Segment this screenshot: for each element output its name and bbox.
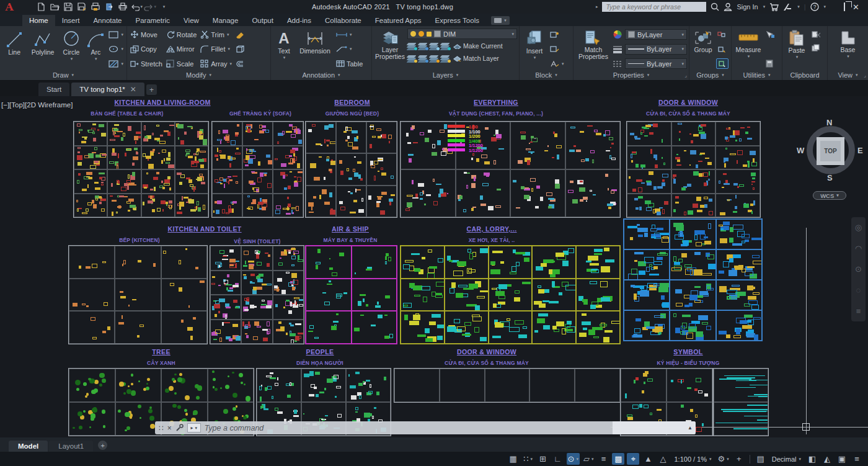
command-history-up-icon[interactable]: ▲ (688, 425, 693, 431)
file-tab-document[interactable]: TV tong hop1*✕ (71, 83, 144, 96)
annotation-monitor-icon[interactable]: + (733, 453, 745, 465)
lineweight-select[interactable]: ByLayer▾ (625, 44, 687, 55)
sign-in-button[interactable]: Sign In (737, 3, 758, 11)
layer-bulb-icon[interactable] (407, 55, 416, 62)
layout1-tab[interactable]: Layout1 (49, 441, 93, 452)
quick-select-icon[interactable] (764, 29, 776, 40)
layer-sun-icon[interactable] (430, 55, 438, 62)
orbit-icon[interactable]: ◌ (856, 285, 861, 295)
layer-lock-icon[interactable] (441, 43, 450, 50)
quick-calc-icon[interactable] (764, 58, 776, 69)
save-icon[interactable] (62, 1, 74, 12)
layer-unlock2-icon[interactable] (441, 55, 450, 62)
new-drawing-tab-button[interactable]: + (146, 84, 157, 95)
save-as-icon[interactable] (76, 1, 88, 12)
edit-block-icon[interactable] (549, 29, 565, 40)
leader-icon[interactable]: ▾ (335, 44, 364, 55)
user-icon[interactable] (724, 2, 732, 11)
command-input[interactable]: Type a command (205, 424, 264, 432)
navigation-wheel-icon[interactable]: ◎ (855, 223, 862, 232)
open-file-icon[interactable] (48, 1, 61, 12)
export-icon[interactable] (103, 1, 115, 12)
help-dropdown-icon[interactable]: ▾ (824, 4, 826, 9)
panel-label-properties[interactable]: Properties▾⌟ (574, 70, 689, 80)
model-tab[interactable]: Model (9, 441, 48, 452)
command-customize-icon[interactable]: ∷ (159, 424, 164, 432)
linetype-icon[interactable] (613, 60, 622, 68)
text-button[interactable]: A Text▾ (273, 28, 295, 70)
trim-button[interactable]: Trim▾ (199, 29, 233, 40)
annotation-visibility-icon[interactable]: ⌖ (627, 453, 639, 465)
navigation-bar[interactable]: ◎ ◠ ⊙ ◌ ≡ (851, 217, 866, 321)
redo-icon[interactable]: ▾ (144, 1, 156, 12)
panel-label-block[interactable]: Block▾ (520, 70, 573, 80)
properties-dialog-launcher-icon[interactable]: ⌟ (684, 73, 687, 78)
lineweight-icon[interactable]: ≡ (597, 453, 609, 465)
mirror-button[interactable]: Mirror (165, 44, 198, 55)
layer-thaw-icon[interactable] (418, 31, 424, 37)
panel-label-draw[interactable]: Draw▾ (0, 70, 126, 80)
hatch-tool-icon[interactable]: ▾ (107, 58, 125, 69)
close-button[interactable]: ✕ (852, 3, 859, 11)
tab-parametric[interactable]: Parametric (129, 15, 177, 26)
measure-button[interactable]: Measure▾ (733, 28, 763, 70)
customization-menu-icon[interactable]: ≡ (851, 453, 863, 465)
viewcube-west[interactable]: W (797, 146, 804, 155)
print-icon[interactable] (117, 1, 129, 12)
table-icon[interactable]: Table (335, 58, 364, 69)
tab-insert[interactable]: Insert (55, 15, 87, 26)
autodesk-logo-icon[interactable] (783, 3, 792, 11)
paste-button[interactable]: Paste▾ (784, 28, 809, 70)
tab-featured-apps[interactable]: Featured Apps (368, 15, 428, 26)
panel-label-clipboard[interactable]: Clipboard (782, 70, 827, 80)
autoscale-icon[interactable]: ▲ (642, 453, 654, 465)
circle-button[interactable]: Circle▾ (59, 28, 84, 70)
panel-label-utilities[interactable]: Utilities▾ (732, 70, 782, 80)
panel-label-modify[interactable]: Modify▾ (127, 70, 270, 80)
graphics-performance-icon[interactable]: ◧ (806, 453, 818, 465)
fillet-button[interactable]: Fillet▾ (199, 44, 233, 55)
isometric-drafting-icon[interactable]: ▱▾ (582, 453, 595, 465)
viewcube-east[interactable]: E (857, 146, 863, 155)
define-attributes-icon[interactable]: ▾ (549, 58, 565, 69)
sign-in-dropdown-icon[interactable]: ▾ (763, 4, 766, 9)
group-edit-icon[interactable] (716, 44, 728, 55)
polyline-button[interactable]: Polyline (28, 28, 58, 70)
snap-mode-icon[interactable]: ∷▾ (522, 453, 534, 465)
workspace-gear-icon[interactable]: ⚙▾ (717, 453, 730, 465)
color-wheel-icon[interactable] (613, 30, 622, 39)
lineweight-icon-ribbon[interactable] (613, 45, 622, 53)
match-layer-button[interactable]: Match Layer (452, 53, 500, 64)
stretch-button[interactable]: Stretch (129, 58, 164, 69)
ellipse-tool-icon[interactable]: ▾ (107, 44, 125, 55)
command-tools-wrench-icon[interactable] (175, 424, 184, 432)
undo-icon[interactable]: ▾ (130, 1, 143, 12)
arc-button[interactable]: Arc▾ (85, 28, 106, 70)
clean-screen-icon[interactable]: ▣ (836, 453, 848, 465)
autocad-app-icon[interactable]: A (0, 0, 19, 14)
copy-button[interactable]: Copy (129, 44, 164, 55)
layer-freeze-icon[interactable] (430, 43, 438, 50)
color-select[interactable]: ByLayer▾ (625, 29, 687, 40)
wcs-menu[interactable]: WCS▾ (813, 191, 846, 200)
qat-customize-icon[interactable]: ▾ (157, 1, 170, 12)
rotate-button[interactable]: Rotate (165, 29, 198, 40)
layer-isolate-icon[interactable] (418, 43, 427, 50)
scale-button[interactable]: Scale (165, 58, 198, 69)
layer-select[interactable]: DIM ▾ (407, 29, 517, 39)
tab-add-ins[interactable]: Add-ins (280, 15, 318, 26)
new-file-icon[interactable] (35, 1, 47, 12)
command-line[interactable]: ∷ × ▸▾ Type a command ▲ (155, 421, 696, 434)
infer-constraints-icon[interactable]: ⊞ (537, 453, 549, 465)
command-close-icon[interactable]: × (167, 424, 172, 432)
viewcube-south[interactable]: S (827, 173, 833, 182)
line-button[interactable]: Line (2, 28, 27, 70)
tab-output[interactable]: Output (245, 15, 280, 26)
search-expand-icon[interactable]: ▸ (596, 4, 598, 9)
layer-properties-button[interactable]: Layer Properties (374, 28, 406, 70)
annotation-scale-icon[interactable]: △ (657, 453, 669, 465)
units-icon[interactable]: ▤ (755, 453, 767, 465)
panel-label-view[interactable]: View▾⌟ (828, 70, 868, 80)
make-current-button[interactable]: Make Current (452, 41, 504, 52)
layer-off-icon[interactable] (407, 43, 416, 50)
